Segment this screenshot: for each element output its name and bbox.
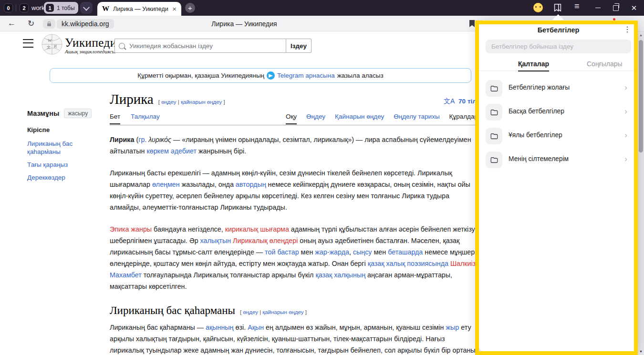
section-heading: Лириканың бас қаһарманы[ өңдеу | қайнары… <box>110 304 478 317</box>
folder-icon <box>486 80 502 97</box>
profile-avatar[interactable] <box>533 3 543 12</box>
article-link[interactable]: гр. <box>138 136 146 143</box>
text-run: мен <box>372 248 388 256</box>
banner-text-suffix: жазыла аласыз <box>337 72 384 79</box>
folder-row[interactable]: Басқа бетбелгілер › <box>479 102 638 126</box>
minimize-window-button[interactable] <box>590 0 606 16</box>
article-link[interactable]: автордың <box>236 181 266 188</box>
tab-group[interactable]: 1 1 тобы <box>44 2 78 14</box>
bookmarks-tabs: Қалталар Соңғылары <box>479 60 638 71</box>
wikipedia-logo[interactable]: W И 文 <box>41 33 63 55</box>
tab-tools[interactable]: Құралдар <box>449 113 478 124</box>
article-link[interactable]: Махамбет <box>110 271 142 279</box>
tab-group-expand-button[interactable] <box>80 2 93 14</box>
title-edit-links: [ өңдеу | қайнарын өңдеу ] <box>158 99 225 105</box>
wikipedia-favicon-icon: W <box>102 5 109 13</box>
wiki-search-box[interactable] <box>114 39 286 53</box>
folder-label: Менің сілтемелерім <box>509 155 569 162</box>
toc-item[interactable]: Лириканың бас қаһарманы <box>27 140 103 156</box>
folder-icon <box>486 128 502 144</box>
language-selector[interactable]: 文A 70 тіл <box>444 97 477 106</box>
restore-window-button[interactable] <box>608 0 624 16</box>
scroll-up-icon[interactable]: ▲ <box>638 33 644 37</box>
toc-item[interactable]: Дереккөздер <box>27 173 103 182</box>
minimize-icon <box>595 8 601 9</box>
article-link[interactable]: өлеңмен <box>152 181 180 188</box>
source-edit-link[interactable]: қайнарын өңдеу <box>262 309 303 315</box>
wiki-search-button[interactable]: Іздеу <box>286 39 312 53</box>
article-link[interactable]: көркем әдебиет <box>146 147 197 155</box>
article-link[interactable]: Эпика жанры <box>110 225 152 233</box>
article-link[interactable]: кирикалық шығарма <box>225 225 289 233</box>
article-link[interactable]: жыр <box>446 324 459 331</box>
text-run: , <box>476 260 478 267</box>
restore-icon <box>613 5 619 11</box>
tab-page[interactable]: Бет <box>110 113 120 124</box>
article-link[interactable]: Ақын <box>248 324 264 331</box>
sitenotice-banner: Құрметті оқырман, қазақша Уикипедияның T… <box>50 68 471 83</box>
browser-menu-icon[interactable]: ≡ <box>574 1 580 11</box>
page-scrollbar[interactable]: ▲ ▼ <box>638 31 644 355</box>
text-run: баяндауға негізделсе, <box>152 225 225 233</box>
workspace-badge[interactable]: 2 <box>20 3 29 12</box>
tab-read[interactable]: Оқу <box>286 113 297 124</box>
edit-link[interactable]: өңдеу <box>161 99 176 105</box>
address-bar-page-title: Лирика — Уикипедия <box>0 20 488 28</box>
wiki-search-input[interactable] <box>128 42 286 50</box>
tab-talk[interactable]: Талқылау <box>131 113 160 124</box>
article-link[interactable]: халықтын <box>200 237 231 244</box>
svg-text:И: И <box>54 44 57 49</box>
article-link[interactable]: беташарда <box>388 248 423 256</box>
article-paragraph: Лириканың бас қаһарманы — ақынның өзі. А… <box>110 322 478 355</box>
article-title: Лирика <box>110 91 154 107</box>
source-edit-link[interactable]: қайнарын өңдеу <box>181 99 222 105</box>
close-window-button[interactable]: ✕ <box>626 0 642 16</box>
scroll-down-icon[interactable]: ▼ <box>638 350 644 353</box>
folder-row[interactable]: Бетбелгілер жолағы › <box>479 78 638 102</box>
article-link[interactable]: той бастар <box>265 248 299 256</box>
active-tab[interactable]: W Лирика — Уикипедия × <box>97 2 181 16</box>
article-link[interactable]: сыңсу <box>353 248 372 256</box>
tab-history[interactable]: Өңделу тарихы <box>394 113 439 124</box>
toc-hide-button[interactable]: жасыру <box>64 109 92 118</box>
folder-icon <box>486 152 502 168</box>
bookmarks-panel-title: Бетбелгілер <box>479 26 638 34</box>
article-link[interactable]: ақынның <box>206 324 233 331</box>
workspace-label[interactable]: work <box>31 4 44 11</box>
article-paragraph: Лириканың басты ерекшелігі — адамның көң… <box>110 167 478 213</box>
toc-item[interactable]: Тағы қараңыз <box>27 161 103 169</box>
bookmarks-search-input[interactable] <box>486 40 631 53</box>
wiki-menu-icon[interactable] <box>23 39 33 48</box>
tab-edit[interactable]: Өңдеу <box>306 113 325 124</box>
bookmarks-panel-icon[interactable] <box>552 2 563 13</box>
popup-pointer <box>552 14 564 20</box>
scrollbar-thumb[interactable] <box>639 40 643 152</box>
article-paragraph: Эпика жанры баяндауға негізделсе, кирика… <box>110 223 478 292</box>
article-link[interactable]: қазақ халық поэзиясында <box>368 260 448 267</box>
text-run: , <box>349 248 353 256</box>
toc-item-intro[interactable]: Кіріспе <box>27 126 103 134</box>
edit-link[interactable]: өңдеу <box>243 309 258 315</box>
browser-window: 0 2 work 1 1 тобы W Лирика — Уикипедия ×… <box>0 0 644 355</box>
folder-row[interactable]: Менің сілтемелерім › <box>479 150 638 173</box>
text-run: өзі. <box>234 324 248 331</box>
text-run: жанрының бірі. <box>197 147 246 155</box>
article-link[interactable]: қазақ халқының <box>315 271 365 279</box>
text-run: мен <box>299 248 315 256</box>
tab-recent[interactable]: Соңғылары <box>587 60 623 71</box>
text-run: ең алдымен өз жайын, мұңын, арманын, қуа… <box>264 324 446 331</box>
folder-row[interactable]: Ұялы бетбелгілер › <box>479 126 638 150</box>
article-link[interactable]: Лирикалық өлеңдері <box>233 237 298 244</box>
close-tab-icon[interactable]: × <box>172 5 177 12</box>
tab-counter-badge-zero[interactable]: 0 <box>4 3 13 12</box>
article-link[interactable]: жар-жарда <box>315 248 349 256</box>
text-run: жазылады, онда <box>180 181 236 188</box>
tab-edit-source[interactable]: Қайнарын өңдеу <box>335 113 384 124</box>
article-link[interactable]: Шалкиіз <box>450 260 476 267</box>
new-tab-button[interactable]: + <box>185 3 195 13</box>
kebab-menu-icon[interactable]: ⋮ <box>623 25 631 34</box>
telegram-link[interactable]: Telegram арнасына <box>277 72 335 79</box>
folder-icon <box>486 104 502 121</box>
tab-folders[interactable]: Қалталар <box>518 60 549 71</box>
page-tabs: Бет Талқылау Оқу Өңдеу Қайнарын өңдеу Өң… <box>110 113 478 125</box>
